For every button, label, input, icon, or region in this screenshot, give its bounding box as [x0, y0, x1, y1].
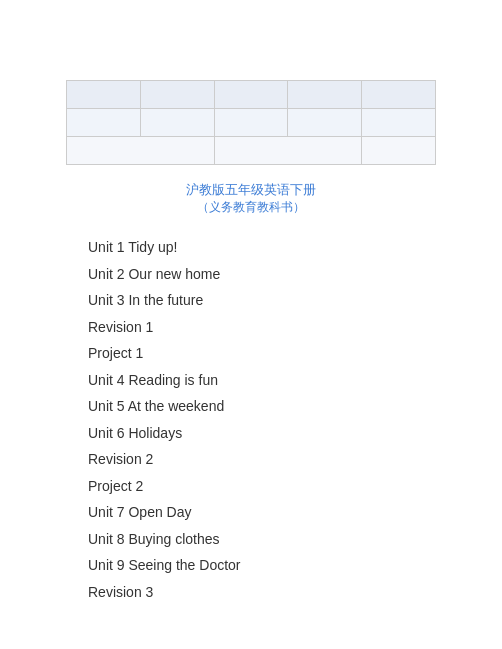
cover-cell [362, 137, 436, 165]
cover-cell [140, 81, 214, 109]
toc-item[interactable]: Unit 3 In the future [88, 287, 482, 314]
toc-item[interactable]: Revision 1 [88, 314, 482, 341]
cover-cell [362, 81, 436, 109]
book-title-sub: （义务教育教科书） [20, 199, 482, 216]
cover-cell [288, 109, 362, 137]
toc-list: Unit 1 Tidy up!Unit 2 Our new homeUnit 3… [20, 234, 482, 605]
cover-cell [288, 81, 362, 109]
toc-item[interactable]: Project 1 [88, 340, 482, 367]
cover-cell [214, 137, 362, 165]
toc-item[interactable]: Revision 2 [88, 446, 482, 473]
toc-item[interactable]: Project 2 [88, 473, 482, 500]
cover-cell [67, 81, 141, 109]
cover-cell [362, 109, 436, 137]
toc-item[interactable]: Unit 5 At the weekend [88, 393, 482, 420]
toc-item[interactable]: Unit 6 Holidays [88, 420, 482, 447]
cover-cell [67, 137, 215, 165]
toc-item[interactable]: Unit 1 Tidy up! [88, 234, 482, 261]
toc-item[interactable]: Revision 3 [88, 579, 482, 606]
toc-item[interactable]: Unit 2 Our new home [88, 261, 482, 288]
cover-cell [67, 109, 141, 137]
page-container: 沪教版五年级英语下册 （义务教育教科书） Unit 1 Tidy up!Unit… [0, 0, 502, 649]
book-cover-table [66, 80, 436, 165]
toc-item[interactable]: Unit 9 Seeing the Doctor [88, 552, 482, 579]
cover-cell [214, 109, 288, 137]
book-title-main: 沪教版五年级英语下册 [20, 181, 482, 199]
book-title-container: 沪教版五年级英语下册 （义务教育教科书） [20, 181, 482, 216]
toc-item[interactable]: Unit 7 Open Day [88, 499, 482, 526]
toc-item[interactable]: Unit 8 Buying clothes [88, 526, 482, 553]
cover-cell [140, 109, 214, 137]
toc-item[interactable]: Unit 4 Reading is fun [88, 367, 482, 394]
cover-cell [214, 81, 288, 109]
